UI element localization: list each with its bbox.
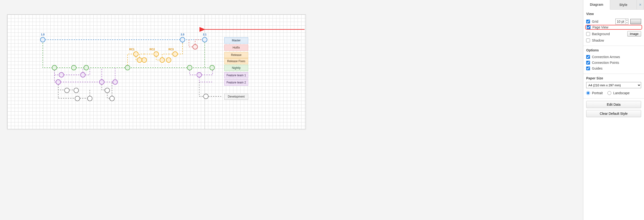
clear-style-button[interactable]: Clear Default Style	[586, 110, 641, 117]
tab-style[interactable]: Style	[610, 0, 637, 9]
paper-size-select[interactable]: A4 (210 mm x 297 mm)	[586, 82, 641, 88]
background-checkbox[interactable]	[586, 32, 590, 36]
node-nightly-2[interactable]	[71, 65, 76, 70]
shadow-checkbox[interactable]	[586, 39, 590, 42]
conn-points-checkbox[interactable]	[586, 61, 590, 65]
node-nightly-3[interactable]	[84, 65, 89, 70]
background-label: Background	[592, 32, 610, 36]
node-release-rc2[interactable]	[154, 51, 159, 57]
node-release-fix-2[interactable]	[142, 57, 147, 63]
node-release-fix-1[interactable]	[137, 57, 142, 63]
node-dev-5[interactable]	[105, 88, 110, 93]
portrait-option[interactable]: Portrait	[586, 90, 603, 96]
portrait-radio[interactable]	[586, 91, 590, 95]
guides-checkbox[interactable]	[586, 67, 590, 70]
view-heading: View	[586, 12, 641, 16]
section-paper: Paper Size A4 (210 mm x 297 mm) Portrait…	[583, 74, 644, 99]
node-f1-2[interactable]	[80, 72, 86, 78]
label-rc3: RC3	[168, 48, 174, 52]
node-nightly-6[interactable]	[210, 65, 215, 70]
legend-hotfix[interactable]: Hotfix	[224, 45, 248, 51]
landscape-radio[interactable]	[608, 91, 611, 95]
legend-dev[interactable]: Development	[224, 94, 248, 100]
node-master-2.0[interactable]	[180, 37, 185, 42]
node-nightly-4[interactable]	[125, 65, 130, 70]
conn-points-label: Connection Points	[592, 61, 619, 65]
node-release-fix-3[interactable]	[160, 57, 165, 63]
pageview-row-highlight: Page View	[585, 25, 642, 30]
legend-f2[interactable]: Feature team 2	[224, 79, 248, 86]
node-release-rc3[interactable]	[172, 51, 178, 57]
label-2.1: 2.1	[203, 33, 206, 37]
legend-f1[interactable]: Feature team 1	[224, 72, 248, 78]
node-f1-3[interactable]	[196, 72, 202, 78]
label-rc2: RC2	[150, 48, 155, 52]
grid-size-value: 10 pt	[616, 20, 625, 24]
page-divider	[205, 15, 205, 129]
node-dev-6[interactable]	[110, 96, 115, 101]
legend-nightly[interactable]: Nightly	[224, 65, 248, 71]
node-master-1.0[interactable]	[40, 37, 46, 42]
node-dev-1[interactable]	[64, 88, 70, 93]
section-options: Options Connection Arrows Connection Poi…	[583, 46, 644, 74]
node-f2-1[interactable]	[56, 79, 61, 85]
background-image-button[interactable]: Image	[627, 31, 641, 37]
label-1.0: 1.0	[41, 33, 44, 37]
tab-diagram[interactable]: Diagram	[583, 0, 610, 10]
node-release-rc1[interactable]	[133, 51, 138, 57]
portrait-label: Portrait	[592, 91, 603, 95]
node-nightly-1[interactable]	[52, 65, 57, 70]
grid-size-input[interactable]: 10 pt ▲▼	[615, 19, 628, 24]
label-rc1: RC1	[129, 48, 134, 52]
pageview-checkbox[interactable]	[587, 25, 590, 29]
node-master-2.1[interactable]	[202, 37, 207, 42]
legend-master[interactable]: Master	[224, 37, 248, 44]
landscape-label: Landscape	[613, 91, 630, 95]
shadow-label: Shadow	[592, 39, 604, 42]
conn-arrows-checkbox[interactable]	[586, 55, 590, 59]
node-dev-3[interactable]	[75, 96, 80, 101]
node-dev-4[interactable]	[87, 96, 92, 101]
legend-relfix[interactable]: Release Fixes	[224, 58, 248, 64]
grid-color-swatch[interactable]	[630, 19, 641, 24]
format-sidebar: Diagram Style × View Grid 10 pt ▲▼ Page …	[583, 0, 644, 220]
section-view: View Grid 10 pt ▲▼ Page View Background …	[583, 10, 644, 46]
node-dev-7[interactable]	[203, 94, 208, 99]
legend-release[interactable]: Release	[224, 52, 248, 58]
section-buttons: Edit Data Clear Default Style	[583, 99, 644, 121]
grid-checkbox[interactable]	[586, 20, 590, 24]
landscape-option[interactable]: Landscape	[608, 90, 630, 96]
diagram-canvas[interactable]: 1.0 2.0 2.1 RC1 RC2 RC3 Master Hotfix Re…	[7, 14, 306, 129]
node-nightly-5[interactable]	[187, 65, 192, 70]
node-f2-3[interactable]	[112, 79, 118, 85]
node-release-fix-4[interactable]	[166, 57, 171, 63]
grid-label: Grid	[592, 20, 598, 24]
conn-arrows-label: Connection Arrows	[592, 55, 620, 59]
pageview-label: Page View	[592, 25, 608, 29]
node-hotfix[interactable]	[192, 44, 198, 50]
paper-heading: Paper Size	[586, 76, 641, 80]
node-f1-1[interactable]	[59, 72, 64, 78]
options-heading: Options	[586, 48, 641, 52]
node-f2-2[interactable]	[99, 79, 104, 85]
label-2.0: 2.0	[180, 33, 184, 37]
close-icon[interactable]: ×	[637, 0, 644, 9]
edit-data-button[interactable]: Edit Data	[586, 101, 641, 108]
sidebar-tabs: Diagram Style ×	[583, 0, 644, 10]
guides-label: Guides	[592, 67, 602, 70]
edges-layer	[8, 15, 79, 51]
node-dev-2[interactable]	[74, 88, 79, 93]
canvas-area[interactable]: 1.0 2.0 2.1 RC1 RC2 RC3 Master Hotfix Re…	[0, 0, 583, 220]
